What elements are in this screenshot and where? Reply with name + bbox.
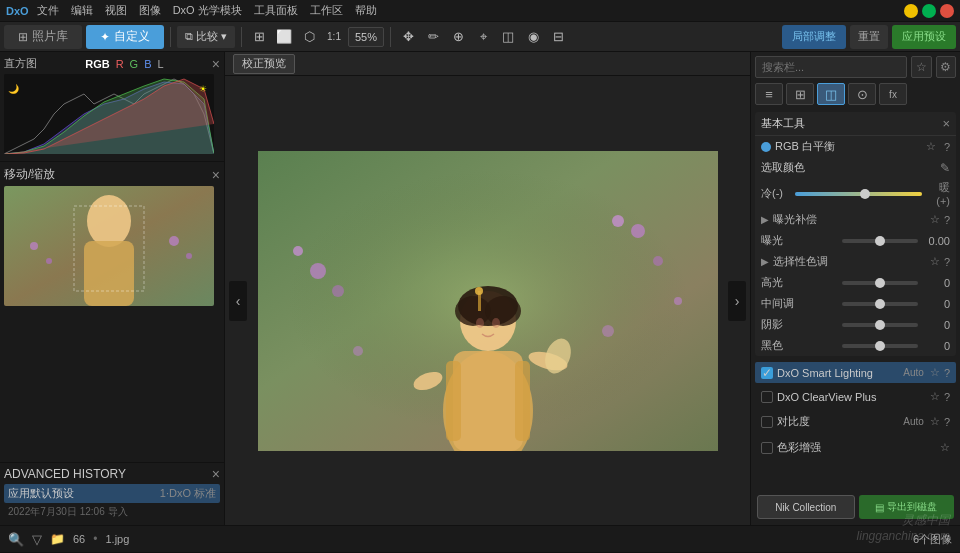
nik-collection-button[interactable]: Nik Collection bbox=[757, 495, 855, 519]
history-close-button[interactable]: × bbox=[212, 467, 220, 481]
shadow-row: 阴影 0 bbox=[755, 314, 956, 335]
panel-icon-2[interactable]: ⊞ bbox=[786, 83, 814, 105]
menu-help[interactable]: 帮助 bbox=[355, 3, 377, 18]
menu-tools[interactable]: 工具面板 bbox=[254, 3, 298, 18]
tools-icon[interactable]: ⊟ bbox=[547, 26, 569, 48]
gradient-icon[interactable]: ◫ bbox=[497, 26, 519, 48]
star-filter-button[interactable]: ☆ bbox=[911, 56, 932, 78]
panel-icon-fx[interactable]: fx bbox=[879, 83, 907, 105]
menu-dxo-optics[interactable]: DxO 光学模块 bbox=[173, 3, 242, 18]
contrast-row[interactable]: 对比度 Auto ☆ ? bbox=[755, 410, 956, 433]
apply-preset-button[interactable]: 应用预设 bbox=[892, 25, 956, 49]
panel-icon-4[interactable]: ⊙ bbox=[848, 83, 876, 105]
menu-edit[interactable]: 编辑 bbox=[71, 3, 93, 18]
prev-arrow-button[interactable]: ‹ bbox=[229, 281, 247, 321]
histogram-close-button[interactable]: × bbox=[212, 57, 220, 71]
selective-color-star[interactable]: ☆ bbox=[930, 255, 940, 268]
grid-view-icon[interactable]: ⊞ bbox=[248, 26, 270, 48]
menu-workspace[interactable]: 工作区 bbox=[310, 3, 343, 18]
crop-icon[interactable]: ⬜ bbox=[273, 26, 295, 48]
color-rendering-checkbox[interactable] bbox=[761, 442, 773, 454]
exposure-toggle[interactable]: ▶ 曝光补偿 ☆ ? bbox=[755, 209, 956, 230]
reset-button[interactable]: 重置 bbox=[850, 25, 888, 49]
next-arrow-button[interactable]: › bbox=[728, 281, 746, 321]
color-rendering-row[interactable]: 色彩增强 ☆ bbox=[755, 436, 956, 459]
smart-lighting-star[interactable]: ☆ bbox=[930, 366, 940, 379]
midtone-slider[interactable] bbox=[842, 302, 919, 306]
black-slider[interactable] bbox=[842, 344, 919, 348]
temperature-thumb[interactable] bbox=[860, 189, 870, 199]
exposure-help[interactable]: ? bbox=[944, 214, 950, 226]
zoom-level[interactable]: 55% bbox=[348, 27, 384, 47]
compare-button[interactable]: ⧉ 比较 ▾ bbox=[177, 26, 235, 48]
path-icon[interactable]: ⌖ bbox=[472, 26, 494, 48]
selective-color-help[interactable]: ? bbox=[944, 256, 950, 268]
selective-color-toggle[interactable]: ▶ 选择性色调 ☆ ? bbox=[755, 251, 956, 272]
contrast-help[interactable]: ? bbox=[944, 416, 950, 428]
zoom-out-icon[interactable]: 🔍 bbox=[8, 532, 24, 547]
clearview-help[interactable]: ? bbox=[944, 391, 950, 403]
export-button[interactable]: ▤ 导出到磁盘 bbox=[859, 495, 955, 519]
hist-tab-l[interactable]: L bbox=[158, 58, 164, 70]
correction-preview-button[interactable]: 校正预览 bbox=[233, 54, 295, 74]
eye-icon[interactable]: ◉ bbox=[522, 26, 544, 48]
menu-file[interactable]: 文件 bbox=[37, 3, 59, 18]
shadow-thumb[interactable] bbox=[875, 320, 885, 330]
menu-view[interactable]: 视图 bbox=[105, 3, 127, 18]
search-input[interactable] bbox=[755, 56, 907, 78]
svg-point-35 bbox=[476, 318, 484, 328]
menu-image[interactable]: 图像 bbox=[139, 3, 161, 18]
hist-tab-rgb[interactable]: RGB bbox=[85, 58, 109, 70]
close-button[interactable] bbox=[940, 4, 954, 18]
black-label: 黑色 bbox=[761, 338, 838, 353]
selective-color-arrow-icon: ▶ bbox=[761, 256, 769, 267]
exposure-arrow-icon: ▶ bbox=[761, 214, 769, 225]
basic-tools-close[interactable]: × bbox=[942, 116, 950, 131]
local-adjust-button[interactable]: 局部调整 bbox=[782, 25, 846, 49]
smart-lighting-row[interactable]: ✓ DxO Smart Lighting Auto ☆ ? bbox=[755, 362, 956, 383]
highlight-thumb[interactable] bbox=[875, 278, 885, 288]
hist-tab-b[interactable]: B bbox=[144, 58, 151, 70]
black-thumb[interactable] bbox=[875, 341, 885, 351]
settings-icon[interactable]: ⚙ bbox=[936, 56, 957, 78]
current-file: 1.jpg bbox=[105, 533, 129, 545]
exposure-star[interactable]: ☆ bbox=[930, 213, 940, 226]
folder-icon: 📁 bbox=[50, 532, 65, 546]
hist-tab-g[interactable]: G bbox=[130, 58, 139, 70]
highlight-slider[interactable] bbox=[842, 281, 919, 285]
stamp-icon[interactable]: ⊕ bbox=[447, 26, 469, 48]
shadow-slider[interactable] bbox=[842, 323, 919, 327]
exposure-thumb[interactable] bbox=[875, 236, 885, 246]
clearview-checkbox[interactable] bbox=[761, 391, 773, 403]
move-icon[interactable]: ✥ bbox=[397, 26, 419, 48]
temperature-slider[interactable] bbox=[795, 192, 922, 196]
smart-lighting-checkbox[interactable]: ✓ bbox=[761, 367, 773, 379]
customize-tab[interactable]: ✦ 自定义 bbox=[86, 25, 164, 49]
eyedropper-icon[interactable]: ✎ bbox=[940, 161, 950, 175]
midtone-thumb[interactable] bbox=[875, 299, 885, 309]
panel-icon-3[interactable]: ◫ bbox=[817, 83, 845, 105]
straighten-icon[interactable]: ⬡ bbox=[298, 26, 320, 48]
brush-icon[interactable]: ✏ bbox=[422, 26, 444, 48]
library-label: 照片库 bbox=[32, 28, 68, 45]
hist-tab-r[interactable]: R bbox=[116, 58, 124, 70]
filter-icon[interactable]: ▽ bbox=[32, 532, 42, 547]
white-balance-help[interactable]: ? bbox=[944, 141, 950, 153]
history-row-1[interactable]: 应用默认预设 1·DxO 标准 bbox=[4, 484, 220, 503]
color-rendering-star[interactable]: ☆ bbox=[940, 441, 950, 454]
white-balance-star[interactable]: ☆ bbox=[926, 140, 936, 153]
zoom-title: 移动/缩放 bbox=[4, 166, 55, 183]
nik-export-row: Nik Collection ▤ 导出到磁盘 bbox=[755, 491, 956, 521]
exposure-slider[interactable] bbox=[842, 239, 919, 243]
smart-lighting-help[interactable]: ? bbox=[944, 367, 950, 379]
maximize-button[interactable] bbox=[922, 4, 936, 18]
contrast-checkbox[interactable] bbox=[761, 416, 773, 428]
minimize-button[interactable] bbox=[904, 4, 918, 18]
library-tab[interactable]: ⊞ 照片库 bbox=[4, 25, 82, 49]
main-toolbar: ⊞ 照片库 ✦ 自定义 ⧉ 比较 ▾ ⊞ ⬜ ⬡ 1:1 55% ✥ ✏ ⊕ ⌖… bbox=[0, 22, 960, 52]
panel-icon-1[interactable]: ≡ bbox=[755, 83, 783, 105]
zoom-close-button[interactable]: × bbox=[212, 168, 220, 182]
clearview-star[interactable]: ☆ bbox=[930, 390, 940, 403]
clearview-row[interactable]: DxO ClearView Plus ☆ ? bbox=[755, 386, 956, 407]
contrast-star[interactable]: ☆ bbox=[930, 415, 940, 428]
